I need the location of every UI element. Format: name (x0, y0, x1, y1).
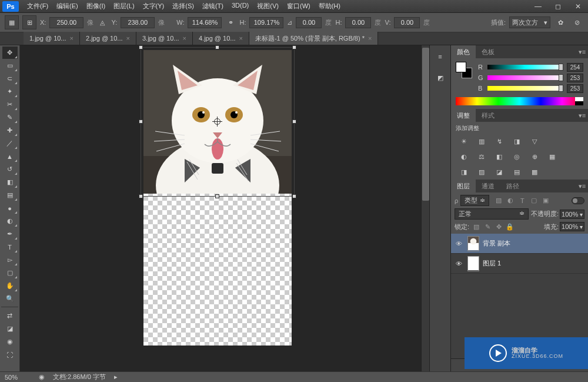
handle-se[interactable] (292, 194, 296, 198)
menu-item[interactable]: 文字(Y) (139, 0, 168, 12)
menu-item[interactable]: 编辑(E) (53, 0, 82, 12)
tab-swatches[interactable]: 色板 (476, 45, 500, 58)
gradient-map-icon[interactable]: ▤ (511, 167, 523, 177)
color-spectrum[interactable] (456, 97, 583, 105)
levels-icon[interactable]: ▥ (476, 136, 487, 147)
close-tab-icon[interactable]: × (239, 35, 243, 42)
filter-pixel-icon[interactable]: ▧ (494, 196, 503, 205)
selective-color-icon[interactable]: ▩ (529, 167, 540, 177)
curves-icon[interactable]: ↯ (493, 136, 505, 147)
lock-position-icon[interactable]: ✥ (495, 222, 503, 231)
menu-item[interactable]: 3D(D) (228, 0, 252, 12)
crop-tool[interactable]: ✂ (2, 98, 18, 111)
menu-item[interactable]: 文件(F) (24, 0, 52, 12)
handle-sw[interactable] (139, 194, 143, 198)
tab-styles[interactable]: 样式 (476, 109, 500, 122)
handle-center[interactable] (214, 118, 220, 125)
type-tool[interactable]: T (2, 241, 18, 253)
handle-nw[interactable] (139, 45, 143, 49)
doc-info-chevron[interactable]: ▸ (114, 373, 118, 381)
color-balance-icon[interactable]: ⚖ (476, 151, 487, 162)
photo-filter-icon[interactable]: ◎ (511, 151, 523, 162)
visibility-icon[interactable]: 👁 (453, 260, 464, 267)
lock-pixels-icon[interactable]: ✎ (483, 222, 492, 231)
channel-mixer-icon[interactable]: ⊕ (529, 151, 540, 162)
opacity-input[interactable]: 100% ▾ (560, 210, 584, 219)
close-tab-icon[interactable]: × (368, 35, 372, 42)
tab-color[interactable]: 颜色 (451, 45, 476, 58)
swap-colors-icon[interactable]: ⇄ (2, 310, 18, 322)
handle-n[interactable] (215, 45, 219, 49)
angle-input[interactable] (296, 17, 322, 28)
canvas[interactable] (143, 50, 292, 346)
cancel-transform-icon[interactable]: ✿ (554, 16, 567, 29)
quick-mask-icon[interactable]: ◉ (2, 336, 18, 348)
transform-bounding-box[interactable] (141, 47, 295, 197)
close-button[interactable]: ✕ (568, 0, 588, 13)
visibility-icon[interactable]: 👁 (453, 240, 464, 247)
dodge-tool[interactable]: ◐ (2, 215, 18, 227)
adjust-panel-menu-icon[interactable]: ▾≡ (576, 112, 588, 119)
x-input[interactable] (49, 17, 83, 28)
handle-w[interactable] (139, 119, 143, 124)
hue-icon[interactable]: ◐ (458, 151, 470, 162)
interp-select[interactable]: 两次立方▾ (509, 16, 550, 28)
stamp-tool[interactable]: ▲ (2, 150, 18, 162)
tab-layers[interactable]: 图层 (451, 180, 476, 192)
menu-item[interactable]: 帮助(H) (315, 0, 344, 12)
h-input[interactable] (249, 17, 283, 28)
maximize-button[interactable]: ◻ (548, 0, 568, 13)
color-lookup-icon[interactable]: ▦ (546, 151, 558, 162)
bw-icon[interactable]: ◧ (493, 151, 505, 162)
document-tab[interactable]: 3.jpg @ 10...× (136, 32, 193, 45)
brush-tool[interactable]: ／ (2, 137, 18, 150)
canvas-viewport[interactable] (20, 45, 421, 371)
history-panel-icon[interactable]: ≡ (433, 49, 448, 64)
close-tab-icon[interactable]: × (70, 35, 74, 42)
lasso-tool[interactable]: ⊂ (2, 72, 18, 85)
tab-adjustments[interactable]: 调整 (451, 109, 476, 122)
document-tab[interactable]: 2.jpg @ 10...× (80, 32, 136, 45)
status-icon[interactable]: ◉ (39, 373, 45, 381)
link-wh-icon[interactable]: ⚭ (225, 17, 236, 28)
brightness-icon[interactable]: ☀ (458, 136, 470, 147)
menu-item[interactable]: 窗口(W) (283, 0, 314, 12)
b-slider[interactable] (487, 86, 563, 91)
b-input[interactable] (567, 84, 583, 93)
filter-smart-icon[interactable]: ▣ (541, 196, 550, 205)
eyedropper-tool[interactable]: ✎ (2, 111, 18, 124)
document-tab[interactable]: 1.jpg @ 10...× (24, 32, 80, 45)
hskew-input[interactable] (345, 17, 371, 28)
document-tab[interactable]: 未标题-1 @ 50% (背景 副本, RGB/8) *× (249, 32, 378, 45)
layer-thumbnail[interactable] (467, 236, 479, 251)
layer-row[interactable]: 👁背景 副本 (451, 234, 588, 254)
handle-e[interactable] (292, 119, 296, 124)
filter-adjust-icon[interactable]: ◐ (506, 196, 515, 205)
layer-row[interactable]: 👁图层 1 (451, 254, 588, 274)
handle-ne[interactable] (292, 45, 296, 49)
transform-tool-icon[interactable]: ▦ (5, 15, 19, 29)
close-tab-icon[interactable]: × (183, 35, 186, 42)
pen-tool[interactable]: ✒ (2, 228, 18, 240)
invert-icon[interactable]: ◨ (458, 167, 470, 177)
tab-paths[interactable]: 路径 (500, 180, 525, 192)
doc-info[interactable]: 文档:2.86M/0 字节 (53, 373, 106, 381)
tab-channels[interactable]: 通道 (476, 180, 500, 192)
path-select-tool[interactable]: ▻ (2, 254, 18, 266)
g-slider[interactable] (487, 75, 563, 80)
lock-all-icon[interactable]: 🔒 (506, 222, 514, 231)
threshold-icon[interactable]: ◪ (493, 167, 505, 177)
delta-icon[interactable]: ◬ (97, 17, 108, 28)
handle-s[interactable] (215, 194, 219, 198)
w-input[interactable] (188, 17, 222, 28)
document-tab[interactable]: 4.jpg @ 10...× (193, 32, 249, 45)
menu-item[interactable]: 选择(S) (169, 0, 198, 12)
vskew-input[interactable] (394, 17, 420, 28)
move-tool[interactable]: ✥ (2, 46, 18, 59)
filter-shape-icon[interactable]: ▢ (529, 196, 539, 205)
shape-tool[interactable]: ▢ (2, 267, 18, 279)
default-colors-icon[interactable]: ◪ (2, 323, 18, 335)
quick-select-tool[interactable]: ✦ (2, 85, 18, 98)
vertical-scrollbar[interactable] (421, 45, 429, 371)
lock-transparent-icon[interactable]: ▧ (472, 222, 480, 231)
